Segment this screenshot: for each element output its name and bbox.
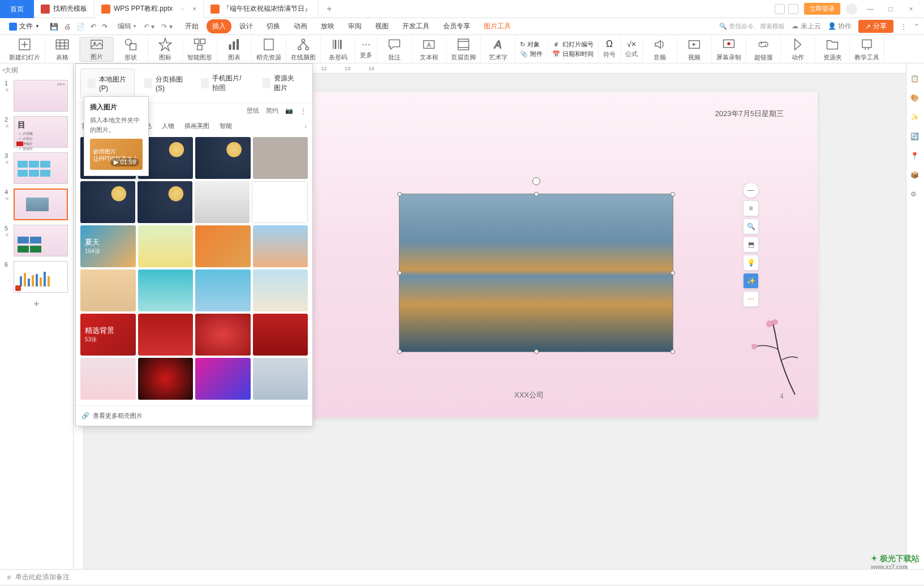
tab-animation[interactable]: 动画	[288, 19, 313, 33]
sidebar-transition-icon[interactable]: 🔄	[910, 132, 921, 143]
filter-camera-icon[interactable]: 📷	[285, 107, 293, 114]
float-more-button[interactable]: ⋯	[743, 291, 759, 307]
ribbon-teaching-tools[interactable]: 教学工具	[850, 37, 884, 62]
float-close-button[interactable]: —	[743, 182, 759, 198]
ribbon-action[interactable]: 动作	[781, 37, 815, 62]
image-thumb[interactable]	[195, 137, 251, 179]
tab-member[interactable]: 会员专享	[437, 19, 476, 33]
image-thumb[interactable]	[80, 358, 136, 400]
undo-icon[interactable]: ↶	[91, 23, 96, 31]
resize-handle-n[interactable]	[534, 192, 539, 196]
tab-slideshow[interactable]: 放映	[315, 19, 340, 33]
add-slide-button[interactable]: +	[0, 295, 73, 314]
float-ai-button[interactable]: ✨	[743, 273, 759, 289]
ribbon-chart[interactable]: 图表	[217, 37, 252, 62]
add-tab-button[interactable]: +	[319, 4, 339, 14]
ribbon-equation[interactable]: √× 公式	[621, 37, 643, 62]
image-thumb[interactable]	[253, 225, 308, 267]
ribbon-shape[interactable]: 形状	[114, 37, 148, 62]
image-category-featured[interactable]: 精选背景 53张	[80, 314, 136, 356]
ribbon-barcode[interactable]: 条形码	[321, 37, 355, 62]
redo-icon[interactable]: ↷	[102, 23, 108, 31]
ribbon-online-flowchart[interactable]: 在线脑图	[286, 37, 321, 62]
image-thumb[interactable]	[253, 270, 308, 311]
undo-dropdown[interactable]: ↶ ▾	[144, 23, 154, 31]
sidebar-settings-icon[interactable]: ⚙	[910, 190, 921, 200]
float-idea-button[interactable]: 💡	[743, 255, 759, 271]
image-thumb[interactable]	[195, 181, 250, 223]
image-thumb[interactable]	[138, 270, 194, 311]
tab-devtools[interactable]: 开发工具	[397, 19, 435, 33]
minimize-button[interactable]: —	[863, 5, 878, 13]
tab-transition[interactable]: 切换	[261, 19, 286, 33]
ribbon-symbol[interactable]: Ω 符号	[599, 37, 621, 62]
save-icon[interactable]: 💾	[50, 23, 58, 31]
command-search[interactable]: 🔍 查找命令、搜索模板	[719, 22, 785, 31]
image-category-summer[interactable]: 夏天 164张	[80, 225, 136, 267]
float-zoom-button[interactable]: 🔍	[743, 219, 759, 234]
ribbon-slide-number[interactable]: #️ 幻灯片编号	[552, 40, 594, 49]
ribbon-new-slide[interactable]: 新建幻灯片	[5, 37, 45, 62]
menu-more[interactable]: ⋮	[900, 23, 907, 31]
slide-thumb[interactable]: · PPT	[14, 80, 68, 112]
tab-start[interactable]: 开始	[179, 19, 204, 33]
maximize-button[interactable]: □	[883, 5, 898, 13]
notes-bar[interactable]: ≡ 单击此处添加备注	[0, 569, 924, 585]
user-avatar[interactable]	[846, 3, 857, 15]
ribbon-date-time[interactable]: 📅 日期和时间	[552, 50, 594, 58]
panel-collapse-icon[interactable]: «	[2, 67, 6, 73]
ribbon-resource-folder[interactable]: 资源夹	[815, 37, 850, 62]
home-tab[interactable]: 首页	[0, 0, 34, 18]
ribbon-more[interactable]: ⋯ 更多	[355, 37, 377, 62]
title-icon-1[interactable]	[775, 4, 785, 14]
slide-thumbnail-3[interactable]: 3★	[0, 150, 73, 186]
cat-people[interactable]: 人物	[162, 122, 174, 130]
tab-review[interactable]: 审阅	[342, 19, 367, 33]
tab-insert[interactable]: 插入	[207, 19, 231, 33]
ribbon-header-footer[interactable]: 页眉页脚	[446, 37, 481, 62]
image-thumb[interactable]	[138, 314, 194, 356]
ribbon-picture[interactable]: 图片	[80, 37, 114, 62]
image-thumb[interactable]	[252, 181, 308, 223]
filter-more-icon[interactable]: ⋮	[300, 107, 307, 115]
resize-handle-e[interactable]	[671, 271, 675, 275]
selected-image[interactable]	[399, 194, 673, 352]
ribbon-audio[interactable]: 音频	[643, 37, 677, 62]
slide-thumb[interactable]	[14, 261, 68, 293]
dropdown-tab-page[interactable]: 分页插图(S)	[137, 69, 191, 98]
cat-next-icon[interactable]: ›	[304, 123, 307, 130]
ribbon-attachment[interactable]: 📎 附件	[520, 50, 543, 58]
tab-design[interactable]: 设计	[234, 19, 259, 33]
image-thumb[interactable]	[138, 225, 194, 267]
doc-tab-template[interactable]: 找稻壳模板	[34, 0, 94, 18]
image-thumb[interactable]	[253, 358, 308, 400]
title-icon-2[interactable]	[788, 4, 798, 14]
slide-canvas[interactable]: 2023年7月5日星期三 XXX公司 4	[240, 92, 818, 417]
image-thumb[interactable]	[253, 314, 308, 356]
view-more-link[interactable]: 🔗 查看更多稻壳图片	[76, 405, 312, 426]
sidebar-animation-icon[interactable]: ✨	[910, 113, 921, 123]
image-thumb[interactable]	[195, 225, 251, 267]
ribbon-wordart[interactable]: A 艺术字	[481, 37, 515, 62]
image-thumb[interactable]	[80, 270, 136, 311]
filter-simple[interactable]: 简约	[266, 106, 278, 115]
image-thumb[interactable]	[195, 314, 251, 356]
tab-close-icon[interactable]: ×	[192, 5, 196, 13]
dropdown-tab-phone[interactable]: 手机图片/拍照	[194, 69, 253, 98]
file-menu[interactable]: 文件 ▼	[5, 19, 44, 33]
ribbon-object[interactable]: ↻ 对象	[520, 40, 543, 49]
close-button[interactable]: ×	[904, 5, 918, 13]
tooltip-video-thumbnail[interactable]: 妙用图片 让PPT排版高大上 ▶ 01:59	[90, 139, 143, 170]
collab-button[interactable]: 👤 协作	[828, 22, 852, 31]
ribbon-docer-resource[interactable]: 稻壳资源	[252, 37, 286, 62]
doc-tab-other[interactable]: 『端午狂欢祝福浓情满节日』	[204, 0, 319, 18]
slide-thumbnail-1[interactable]: 1★ · PPT	[0, 78, 73, 114]
redo-dropdown[interactable]: ↷ ▾	[161, 23, 172, 31]
resize-handle-sw[interactable]	[397, 349, 402, 354]
cat-illustration[interactable]: 插画美图	[184, 122, 209, 130]
rotate-handle[interactable]	[532, 177, 540, 185]
slide-thumb[interactable]: 目 ✓ 介绍概✓ 介绍公✓ 详细介✓ 营销方	[14, 116, 68, 148]
slide-thumbnail-4[interactable]: 4★	[0, 186, 73, 223]
share-button[interactable]: ↗ 分享	[858, 20, 893, 33]
ribbon-icon[interactable]: 图标	[148, 37, 183, 62]
